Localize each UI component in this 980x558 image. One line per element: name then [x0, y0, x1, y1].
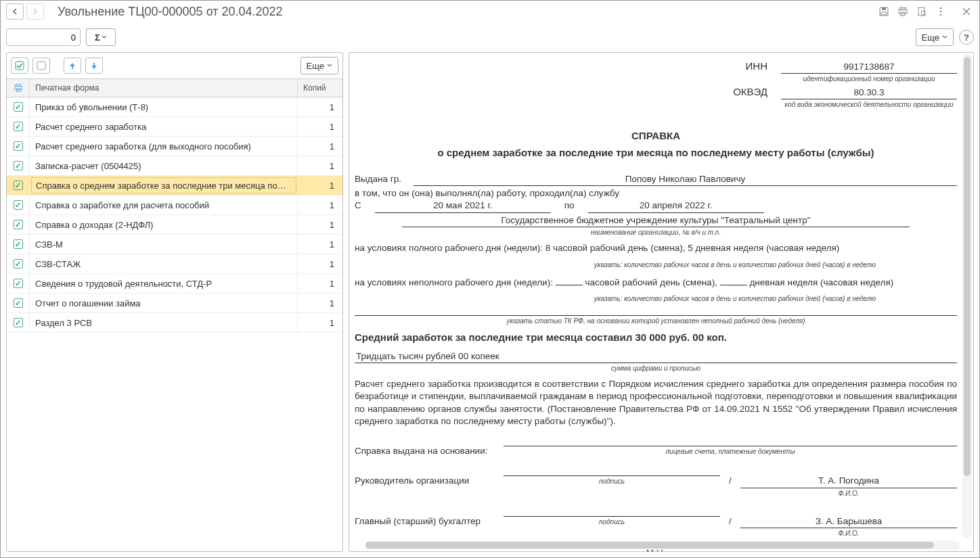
parttime-mid2: дневная неделя (часовая неделя)	[749, 277, 893, 287]
form-row[interactable]: ✓Записка-расчет (0504425)1	[7, 156, 342, 176]
help-button[interactable]: ?	[959, 30, 974, 45]
more-button-left[interactable]: Еще	[300, 57, 338, 74]
form-row[interactable]: ✓Раздел 3 РСВ1	[7, 313, 342, 333]
check-all-button[interactable]	[11, 57, 28, 74]
to-label: по	[564, 200, 575, 212]
form-row[interactable]: ✓Расчет среднего заработка (для выходног…	[7, 137, 342, 156]
checkbox[interactable]: ✓	[14, 279, 23, 288]
form-copies[interactable]: 1	[298, 97, 342, 116]
form-copies[interactable]: 1	[298, 195, 342, 214]
slash: /	[727, 515, 734, 528]
close-icon[interactable]	[959, 4, 974, 19]
form-copies[interactable]: 1	[298, 117, 342, 136]
preview-icon[interactable]	[914, 4, 929, 19]
nav-back-button[interactable]	[6, 3, 24, 20]
form-copies[interactable]: 1	[298, 235, 342, 254]
checkbox[interactable]: ✓	[14, 298, 23, 308]
inn-label: ИНН	[746, 60, 767, 73]
print-icon[interactable]	[7, 79, 30, 97]
form-row[interactable]: ✓Справка о среднем заработке за последни…	[7, 176, 342, 195]
acc-fio: З. А. Барышева	[740, 515, 957, 528]
doc-title-2: о среднем заработке за последние три мес…	[355, 146, 957, 160]
checkbox[interactable]: ✓	[14, 259, 23, 269]
kebab-menu-icon[interactable]	[933, 4, 948, 19]
form-row[interactable]: ✓Сведения о трудовой деятельности, СТД-Р…	[7, 274, 342, 294]
checkbox[interactable]: ✓	[14, 220, 23, 229]
inn-value: 9917138687	[781, 61, 957, 74]
form-name: Приказ об увольнении (Т-8)	[30, 97, 298, 116]
print-icon[interactable]	[895, 4, 910, 19]
form-name: Записка-расчет (0504425)	[30, 156, 298, 175]
svg-rect-4	[899, 9, 907, 14]
checkbox[interactable]: ✓	[14, 200, 23, 210]
chevron-down-icon	[102, 34, 107, 40]
more-label: Еще	[307, 61, 324, 71]
basis-label: Справка выдана на основании:	[355, 445, 497, 457]
doc-title-1: СПРАВКА	[355, 129, 957, 143]
form-copies[interactable]: 1	[298, 156, 342, 175]
form-copies[interactable]: 1	[298, 313, 342, 332]
form-row[interactable]: ✓СЗВ-СТАЖ1	[7, 254, 342, 274]
form-row[interactable]: ✓Приказ об увольнении (Т-8)1	[7, 97, 342, 117]
form-name: Раздел 3 РСВ	[30, 313, 298, 332]
checkbox[interactable]: ✓	[14, 122, 23, 131]
print-forms-panel: Еще Печатная форма Копий ✓Приказ об увол…	[6, 52, 343, 552]
horizontal-scrollbar[interactable]	[365, 540, 960, 550]
fio-caption: Ф.И.О.	[740, 529, 957, 538]
form-name: Справка о заработке для расчета пособий	[30, 195, 298, 214]
move-up-button[interactable]	[64, 57, 81, 74]
form-copies[interactable]: 1	[298, 274, 342, 293]
checkbox[interactable]: ✓	[14, 239, 23, 249]
more-button-top[interactable]: Еще	[916, 28, 954, 46]
form-copies[interactable]: 1	[298, 215, 342, 234]
form-row[interactable]: ✓Расчет среднего заработка1	[7, 117, 342, 137]
svg-rect-14	[16, 62, 24, 70]
acc-label: Главный (старший) бухгалтер	[355, 515, 497, 528]
checkbox[interactable]: ✓	[14, 141, 23, 151]
okved-label: ОКВЭД	[733, 85, 767, 99]
nav-forward-button[interactable]	[26, 3, 44, 20]
form-row[interactable]: ✓Справка о заработке для расчета пособий…	[7, 195, 342, 215]
chevron-down-icon	[942, 34, 948, 40]
parttime-caption: указать: количество рабочих часов в день…	[355, 294, 876, 304]
inn-caption: идентификационный номер организации	[781, 74, 957, 84]
average-caption: сумма цифрами и прописью	[355, 364, 957, 373]
org-name: Государственное бюджетное учреждение кул…	[402, 214, 910, 227]
form-row[interactable]: ✓СЗВ-М1	[7, 235, 342, 254]
sigma-icon: Σ	[95, 32, 100, 43]
form-row[interactable]: ✓Справка о доходах (2-НДФЛ)1	[7, 215, 342, 235]
save-icon[interactable]	[876, 4, 891, 19]
svg-rect-2	[881, 12, 887, 15]
slash: /	[727, 475, 734, 487]
form-copies[interactable]: 1	[298, 254, 342, 273]
checkbox[interactable]: ✓	[14, 181, 23, 190]
sign-caption: подпись	[504, 477, 720, 486]
sigma-button[interactable]: Σ	[86, 28, 116, 46]
legal-text: Расчет среднего заработка производится в…	[355, 378, 957, 427]
from-date: 20 мая 2021 г.	[375, 200, 551, 212]
form-copies[interactable]: 1	[298, 137, 342, 156]
column-form-name[interactable]: Печатная форма	[30, 79, 298, 97]
column-copies[interactable]: Копий	[298, 79, 342, 97]
checkbox[interactable]: ✓	[14, 318, 23, 327]
form-copies[interactable]: 1	[298, 176, 342, 195]
svg-rect-1	[882, 7, 886, 10]
sign-caption: подпись	[504, 517, 720, 527]
uncheck-all-button[interactable]	[32, 57, 50, 74]
checkbox[interactable]: ✓	[14, 161, 23, 170]
average-words: Тридцать тысяч рублей 00 копеек	[355, 350, 957, 363]
line-work: в том, что он (она) выполнял(ла) работу,…	[355, 187, 957, 200]
sum-field[interactable]	[6, 28, 81, 46]
form-copies[interactable]: 1	[298, 294, 342, 312]
parttime-prefix: на условиях неполного рабочего дня (неде…	[355, 277, 556, 287]
checkbox[interactable]: ✓	[14, 102, 23, 112]
person-name: Попову Николаю Павловичу	[414, 173, 957, 186]
form-name: Справка о доходах (2-НДФЛ)	[30, 215, 298, 234]
form-row[interactable]: ✓Отчет о погашении займа1	[7, 294, 342, 313]
move-down-button[interactable]	[85, 57, 103, 74]
to-date: 20 апреля 2022 г.	[588, 200, 764, 212]
svg-point-10	[940, 11, 942, 13]
issued-prefix: Выдана гр.	[355, 173, 401, 185]
vertical-scrollbar[interactable]	[962, 54, 972, 538]
svg-rect-17	[14, 86, 22, 89]
